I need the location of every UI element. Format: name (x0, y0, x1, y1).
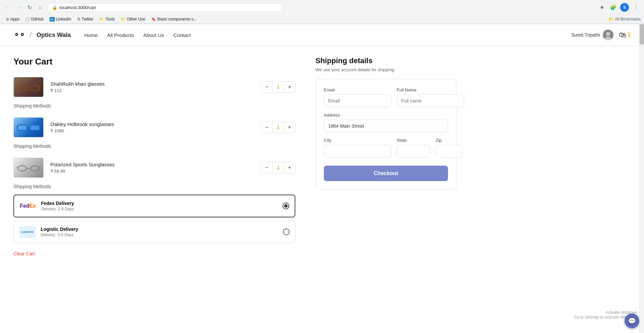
item-3-qty-input[interactable] (272, 162, 284, 173)
shipping-methods-label-1: Shipping Methods (13, 103, 295, 109)
twitter-icon: 𝕏 (77, 17, 80, 22)
shipping-details: Shipping details We use your account det… (315, 56, 456, 259)
forward-button[interactable]: → (14, 3, 23, 12)
url-input[interactable] (59, 5, 278, 10)
item-1-qty-decrease[interactable]: − (261, 82, 272, 92)
logistic-info: Logistic Delivery Delivery: 3-5 Days (41, 226, 278, 237)
logistic-time: Delivery: 3-5 Days (41, 233, 278, 237)
item-3-details: Polarized Sports Sunglasses ₹ 59.99 (50, 162, 254, 174)
shipping-methods-label-3: Shipping Methods (13, 184, 295, 189)
extensions-button[interactable]: 🧩 (608, 3, 618, 12)
logistic-radio[interactable] (283, 228, 290, 235)
fullname-label: Full Name (397, 87, 464, 92)
bookmark-basic-components[interactable]: 🔖 Basic components o... (149, 16, 200, 23)
shipping-option-logistic[interactable]: LOGISTIC Logistic Delivery Delivery: 3-5… (13, 221, 295, 243)
item-2-qty-decrease[interactable]: − (261, 122, 272, 133)
checkout-button[interactable]: Checkout (324, 166, 448, 181)
bookmark-star-button[interactable]: ★ (597, 3, 606, 12)
fedex-logo: FedEx (19, 200, 36, 212)
apps-grid-icon: ⊞ (6, 17, 9, 22)
linkedin-icon: in (50, 17, 55, 22)
svg-point-1 (606, 32, 610, 36)
browser-actions: ★ 🧩 S ⋮ (597, 3, 641, 12)
item-3-qty-increase[interactable]: + (284, 162, 295, 173)
profile-button[interactable]: S (620, 3, 629, 12)
logo-text: Optics Wala (37, 32, 71, 39)
main-content: Your Cart ShahRukh khan g (0, 46, 470, 269)
item-2-qty-increase[interactable]: + (284, 122, 295, 133)
svg-rect-9 (30, 125, 40, 130)
clear-cart-button[interactable]: Clear Cart (13, 248, 35, 259)
bookmark-linkedin[interactable]: in LinkedIn (47, 16, 74, 23)
nav-home[interactable]: Home (84, 32, 98, 38)
nav-contact[interactable]: Contact (174, 32, 191, 38)
browser-toolbar: ← → ↻ ⌂ 🔒 ★ 🧩 S ⋮ (0, 0, 644, 15)
city-label: City (324, 138, 391, 143)
all-bookmarks-folder-icon: 📁 (608, 17, 613, 22)
cart-item-3: Polarized Sports Sunglasses ₹ 59.99 − + (13, 154, 295, 181)
item-1-qty-input[interactable] (272, 82, 284, 92)
item-2-details: Oakley Holbrook sunglasses ₹ 1090 (50, 121, 254, 133)
bookmark-github[interactable]: ◯ GitHub (23, 16, 46, 23)
cart-badge[interactable]: 🛍 3 (619, 31, 631, 39)
item-3-qty-control: − + (261, 162, 295, 173)
reload-button[interactable]: ↻ (25, 3, 34, 12)
address-input[interactable] (324, 120, 448, 132)
cart-title: Your Cart (13, 56, 295, 67)
nav-about-us[interactable]: About Us (143, 32, 164, 38)
form-group-email: Email (324, 87, 391, 107)
bookmarks-bar: ⊞ Apps ◯ GitHub in LinkedIn 𝕏 Twitter 📁 … (0, 15, 644, 24)
address-bar[interactable]: 🔒 (48, 3, 283, 12)
bookmark-tools[interactable]: 📁 Tools (97, 16, 117, 23)
cart-item-2: Oakley Holbrook sunglasses ₹ 1090 − + (13, 114, 295, 141)
cart-count: 3 (628, 32, 631, 38)
item-2-image (13, 117, 44, 137)
all-bookmarks[interactable]: 📁 All Bookmarks (608, 17, 641, 22)
chat-bubble[interactable]: 💬 (625, 314, 639, 328)
fedex-radio[interactable] (283, 203, 289, 209)
fedex-time: Delivery: 2-4 Days (41, 207, 278, 211)
fedex-name: Fedex Delivery (41, 201, 278, 206)
item-3-qty-decrease[interactable]: − (261, 162, 272, 173)
svg-rect-8 (17, 125, 27, 130)
user-name: Sumit Tripathi (572, 32, 600, 38)
logo-divider: / (30, 30, 32, 40)
scrollbar[interactable] (639, 24, 644, 333)
back-button[interactable]: ← (3, 3, 13, 12)
item-1-glasses-img (14, 77, 43, 97)
item-2-glasses-img (14, 118, 43, 137)
item-1-qty-increase[interactable]: + (284, 82, 295, 92)
fedex-radio-inner (284, 204, 288, 208)
nav-all-products[interactable]: All Products (107, 32, 134, 38)
item-3-name: Polarized Sports Sunglasses (50, 162, 254, 167)
fedex-info: Fedex Delivery Delivery: 2-4 Days (41, 201, 278, 211)
user-avatar (603, 30, 613, 40)
svg-point-13 (18, 166, 27, 171)
more-button[interactable]: ⋮ (631, 3, 641, 12)
form-row-city-state-zip: City State Zip (324, 138, 448, 158)
fedex-text: FedEx (20, 203, 36, 209)
item-2-qty-input[interactable] (272, 122, 284, 133)
home-button[interactable]: ⌂ (36, 3, 45, 12)
item-3-image (13, 158, 44, 178)
shipping-option-fedex[interactable]: FedEx Fedex Delivery Delivery: 2-4 Days (13, 195, 295, 217)
other-use-folder-icon: 📁 (121, 17, 126, 22)
scrollbar-thumb[interactable] (640, 24, 644, 44)
bookmark-apps[interactable]: ⊞ Apps (3, 16, 22, 23)
item-3-price: ₹ 59.99 (50, 169, 254, 174)
form-group-zip: Zip (436, 138, 462, 158)
zip-input[interactable] (436, 145, 462, 158)
email-input[interactable] (324, 94, 391, 107)
bookmark-other-use[interactable]: 📁 Other Use (118, 16, 148, 23)
fullname-input[interactable] (397, 94, 464, 107)
shipping-form: Email Full Name Address City (315, 79, 456, 190)
shipping-subtitle: We use your account details for shipping… (315, 67, 456, 72)
svg-rect-3 (17, 85, 27, 91)
page-wrapper: ⚬⚬ / Optics Wala Home All Products About… (0, 24, 644, 333)
state-input[interactable] (397, 145, 430, 158)
city-input[interactable] (324, 145, 391, 158)
browser-chrome: ← → ↻ ⌂ 🔒 ★ 🧩 S ⋮ ⊞ Apps ◯ GitHub in (0, 0, 644, 24)
lock-icon: 🔒 (52, 5, 57, 10)
bookmark-twitter[interactable]: 𝕏 Twitter (75, 16, 96, 23)
svg-rect-4 (30, 85, 40, 91)
